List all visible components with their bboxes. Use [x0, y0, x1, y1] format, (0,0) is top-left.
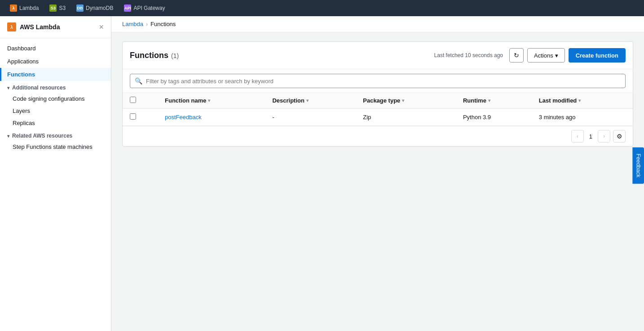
additional-resources-label: Additional resources	[12, 85, 66, 91]
col-package-type[interactable]: Package type ▾	[356, 93, 456, 108]
table-header: Functions (1) Last fetched 10 seconds ag…	[123, 42, 633, 69]
postfeedback-link[interactable]: postFeedback	[165, 114, 202, 121]
breadcrumb-functions-current: Functions	[150, 21, 176, 27]
service-bar: λ Lambda S3 S3 DB DynamoDB API API Gatew…	[0, 0, 644, 16]
sidebar-section-related-aws-resources[interactable]: ▾ Related AWS resources	[0, 129, 111, 141]
col-runtime[interactable]: Runtime ▾	[456, 93, 532, 108]
dynamodb-icon: DB	[76, 4, 84, 12]
sidebar-section-additional-resources[interactable]: ▾ Additional resources	[0, 81, 111, 93]
table-row: postFeedback - Zip Python 3.9 3 minutes …	[123, 108, 633, 126]
service-tab-dynamodb[interactable]: DB DynamoDB	[72, 2, 118, 14]
lambda-icon: λ	[10, 4, 17, 12]
chevron-down-icon-2: ▾	[7, 134, 9, 139]
sidebar-header: λ AWS Lambda ×	[0, 16, 111, 38]
row-function-name-cell: postFeedback	[158, 108, 265, 126]
api-gateway-icon: API	[124, 4, 131, 12]
content-area: Lambda › Functions Functions (1) Last fe…	[111, 16, 644, 331]
col-last-modified[interactable]: Last modified ▾	[532, 93, 633, 108]
search-icon: 🔍	[135, 77, 142, 85]
search-bar: 🔍	[123, 69, 633, 93]
sort-icon-last-modified: ▾	[578, 98, 581, 103]
s3-icon: S3	[49, 4, 57, 12]
table-title-area: Functions (1)	[130, 51, 179, 60]
table-header-row: Function name ▾ Description ▾	[123, 93, 633, 108]
pagination-next-button[interactable]: ›	[598, 130, 610, 143]
sidebar: λ AWS Lambda × Dashboard Applications Fu…	[0, 16, 111, 331]
service-tab-dynamodb-label: DynamoDB	[86, 5, 113, 11]
sidebar-item-dashboard[interactable]: Dashboard	[0, 42, 111, 55]
main-layout: λ AWS Lambda × Dashboard Applications Fu…	[0, 16, 644, 331]
service-tab-api-gateway[interactable]: API API Gateway	[119, 2, 169, 14]
actions-button[interactable]: Actions ▾	[527, 48, 565, 63]
refresh-icon: ↻	[514, 52, 519, 59]
service-tab-s3[interactable]: S3 S3	[45, 2, 70, 14]
refresh-button[interactable]: ↻	[509, 48, 524, 63]
sort-icon-description: ▾	[306, 98, 309, 103]
table-actions: Last fetched 10 seconds ago ↻ Actions ▾ …	[434, 48, 626, 63]
last-fetched-label: Last fetched 10 seconds ago	[434, 52, 503, 58]
sidebar-item-step-functions[interactable]: Step Functions state machines	[0, 141, 111, 153]
sort-icon-runtime: ▾	[488, 98, 490, 103]
actions-chevron-icon: ▾	[555, 52, 558, 59]
sidebar-item-applications[interactable]: Applications	[0, 55, 111, 68]
col-function-name[interactable]: Function name ▾	[158, 93, 265, 108]
search-input[interactable]	[146, 78, 621, 85]
breadcrumb-lambda-link[interactable]: Lambda	[122, 21, 143, 27]
pagination-prev-button[interactable]: ‹	[571, 130, 584, 143]
row-checkbox-cell[interactable]	[123, 108, 143, 126]
table-count: (1)	[171, 52, 179, 59]
sidebar-close-button[interactable]: ×	[99, 23, 104, 31]
sidebar-item-layers[interactable]: Layers	[0, 105, 111, 117]
sort-icon-function-name: ▾	[208, 98, 210, 103]
row-last-modified-cell: 3 minutes ago	[532, 108, 633, 126]
service-tab-api-label: API Gateway	[133, 5, 165, 11]
select-all-column[interactable]	[123, 93, 143, 108]
service-tab-lambda-label: Lambda	[19, 5, 39, 11]
select-all-checkbox[interactable]	[130, 97, 136, 103]
related-aws-resources-label: Related AWS resources	[12, 133, 72, 139]
pagination-settings-button[interactable]: ⚙	[613, 130, 626, 143]
functions-table-card: Functions (1) Last fetched 10 seconds ag…	[122, 41, 633, 147]
col-description[interactable]: Description ▾	[265, 93, 356, 108]
sidebar-title: AWS Lambda	[20, 23, 60, 31]
sort-icon-package-type: ▾	[402, 98, 404, 103]
sidebar-nav: Dashboard Applications Functions ▾ Addit…	[0, 38, 111, 157]
row-star-cell	[143, 108, 158, 126]
service-tab-s3-label: S3	[59, 5, 66, 11]
search-input-wrapper: 🔍	[130, 74, 626, 88]
feedback-button[interactable]: Feedback	[633, 148, 644, 184]
row-runtime-cell: Python 3.9	[456, 108, 532, 126]
chevron-down-icon: ▾	[7, 85, 9, 90]
page-content: Functions (1) Last fetched 10 seconds ag…	[111, 32, 644, 156]
create-function-button[interactable]: Create function	[569, 48, 626, 63]
row-package-type-cell: Zip	[356, 108, 456, 126]
row-checkbox[interactable]	[130, 113, 136, 120]
sidebar-item-replicas[interactable]: Replicas	[0, 117, 111, 129]
pagination-current-page: 1	[587, 133, 595, 140]
star-column	[143, 93, 158, 108]
functions-data-table: Function name ▾ Description ▾	[123, 93, 633, 126]
breadcrumb-separator: ›	[146, 21, 148, 27]
breadcrumb: Lambda › Functions	[111, 16, 644, 32]
sidebar-item-functions[interactable]: Functions	[0, 68, 111, 81]
sidebar-lambda-icon: λ	[7, 22, 16, 31]
pagination-area: ‹ 1 › ⚙	[123, 126, 633, 146]
create-function-label: Create function	[576, 52, 618, 59]
sidebar-logo-area: λ AWS Lambda	[7, 22, 60, 31]
table-title: Functions	[130, 51, 168, 60]
sidebar-item-code-signing[interactable]: Code signing configurations	[0, 93, 111, 105]
service-tab-lambda[interactable]: λ Lambda	[5, 2, 43, 14]
actions-label: Actions	[534, 52, 553, 59]
row-description-cell: -	[265, 108, 356, 126]
